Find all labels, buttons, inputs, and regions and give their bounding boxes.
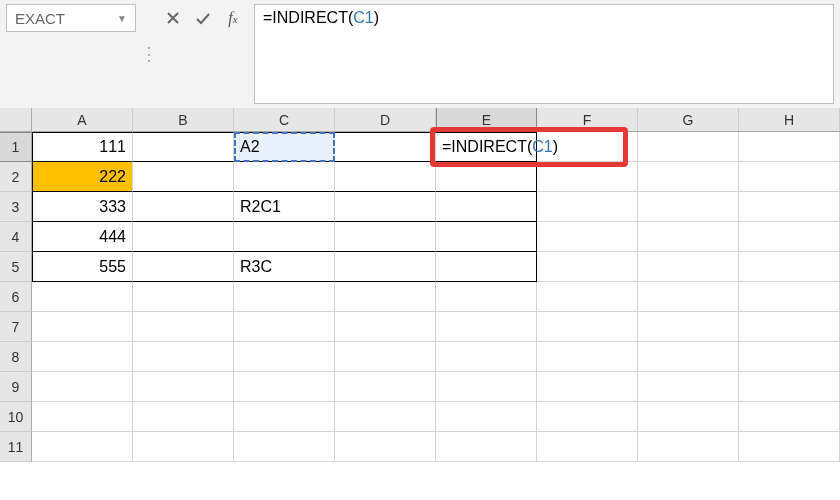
cell-B3[interactable] <box>133 192 234 222</box>
cell-G2[interactable] <box>638 162 739 192</box>
row-header-5[interactable]: 5 <box>0 252 32 282</box>
cell-E8[interactable] <box>436 342 537 372</box>
cell-G7[interactable] <box>638 312 739 342</box>
cell-E10[interactable] <box>436 402 537 432</box>
cell-G9[interactable] <box>638 372 739 402</box>
cell-A1[interactable]: 111 <box>32 132 133 162</box>
cancel-button[interactable] <box>158 4 188 32</box>
cell-B2[interactable] <box>133 162 234 192</box>
cell-H8[interactable] <box>739 342 840 372</box>
cell-A11[interactable] <box>32 432 133 462</box>
cell-C6[interactable] <box>234 282 335 312</box>
cell-C8[interactable] <box>234 342 335 372</box>
cell-H10[interactable] <box>739 402 840 432</box>
cell-D7[interactable] <box>335 312 436 342</box>
cell-H4[interactable] <box>739 222 840 252</box>
cell-B10[interactable] <box>133 402 234 432</box>
row-header-11[interactable]: 11 <box>0 432 32 462</box>
cell-B9[interactable] <box>133 372 234 402</box>
cell-G11[interactable] <box>638 432 739 462</box>
name-box[interactable]: EXACT ▼ <box>6 4 136 32</box>
enter-button[interactable] <box>188 4 218 32</box>
row-header-3[interactable]: 3 <box>0 192 32 222</box>
cell-A10[interactable] <box>32 402 133 432</box>
col-header-D[interactable]: D <box>335 108 436 131</box>
cell-B5[interactable] <box>133 252 234 282</box>
cell-G4[interactable] <box>638 222 739 252</box>
cell-C4[interactable] <box>234 222 335 252</box>
cell-E7[interactable] <box>436 312 537 342</box>
cell-F3[interactable] <box>537 192 638 222</box>
cell-D10[interactable] <box>335 402 436 432</box>
cell-D5[interactable] <box>335 252 436 282</box>
cell-F4[interactable] <box>537 222 638 252</box>
chevron-down-icon[interactable]: ▼ <box>117 13 127 24</box>
cell-A7[interactable] <box>32 312 133 342</box>
cell-A8[interactable] <box>32 342 133 372</box>
cell-E3[interactable] <box>436 192 537 222</box>
cell-G8[interactable] <box>638 342 739 372</box>
cell-F7[interactable] <box>537 312 638 342</box>
cell-H2[interactable] <box>739 162 840 192</box>
col-header-A[interactable]: A <box>32 108 133 131</box>
row-header-9[interactable]: 9 <box>0 372 32 402</box>
cell-E6[interactable] <box>436 282 537 312</box>
cell-B1[interactable] <box>133 132 234 162</box>
cell-G5[interactable] <box>638 252 739 282</box>
cell-H3[interactable] <box>739 192 840 222</box>
cell-G3[interactable] <box>638 192 739 222</box>
cell-A2[interactable]: 222 <box>32 162 133 192</box>
cell-E9[interactable] <box>436 372 537 402</box>
cell-A3[interactable]: 333 <box>32 192 133 222</box>
cell-E4[interactable] <box>436 222 537 252</box>
cell-F10[interactable] <box>537 402 638 432</box>
cell-F6[interactable] <box>537 282 638 312</box>
cell-C5[interactable]: R3C <box>234 252 335 282</box>
cell-D11[interactable] <box>335 432 436 462</box>
cell-D2[interactable] <box>335 162 436 192</box>
row-header-6[interactable]: 6 <box>0 282 32 312</box>
row-header-1[interactable]: 1 <box>0 132 32 162</box>
row-header-8[interactable]: 8 <box>0 342 32 372</box>
cell-A5[interactable]: 555 <box>32 252 133 282</box>
cell-C7[interactable] <box>234 312 335 342</box>
cell-D6[interactable] <box>335 282 436 312</box>
col-header-E[interactable]: E <box>436 108 537 131</box>
cell-E2[interactable] <box>436 162 537 192</box>
cell-B8[interactable] <box>133 342 234 372</box>
cell-G1[interactable] <box>638 132 739 162</box>
cell-D4[interactable] <box>335 222 436 252</box>
cell-A4[interactable]: 444 <box>32 222 133 252</box>
formula-input[interactable]: =INDIRECT(C1) <box>254 4 834 104</box>
cell-C3[interactable]: R2C1 <box>234 192 335 222</box>
row-header-4[interactable]: 4 <box>0 222 32 252</box>
fx-button[interactable]: fx <box>218 4 248 32</box>
row-header-10[interactable]: 10 <box>0 402 32 432</box>
cell-F8[interactable] <box>537 342 638 372</box>
cell-F5[interactable] <box>537 252 638 282</box>
col-header-H[interactable]: H <box>739 108 840 131</box>
cell-D1[interactable] <box>335 132 436 162</box>
cell-C1[interactable]: A2 <box>234 132 335 162</box>
cell-C2[interactable] <box>234 162 335 192</box>
cell-F11[interactable] <box>537 432 638 462</box>
select-all-corner[interactable] <box>0 108 32 131</box>
cell-H7[interactable] <box>739 312 840 342</box>
cell-B6[interactable] <box>133 282 234 312</box>
cell-E1[interactable]: =INDIRECT(C1) <box>436 132 537 162</box>
cell-A9[interactable] <box>32 372 133 402</box>
cell-C11[interactable] <box>234 432 335 462</box>
cell-H9[interactable] <box>739 372 840 402</box>
cell-D3[interactable] <box>335 192 436 222</box>
cell-F9[interactable] <box>537 372 638 402</box>
cell-F1[interactable] <box>537 132 638 162</box>
col-header-G[interactable]: G <box>638 108 739 131</box>
cell-E11[interactable] <box>436 432 537 462</box>
cell-E5[interactable] <box>436 252 537 282</box>
cell-H11[interactable] <box>739 432 840 462</box>
col-header-F[interactable]: F <box>537 108 638 131</box>
col-header-C[interactable]: C <box>234 108 335 131</box>
cell-B11[interactable] <box>133 432 234 462</box>
cell-G6[interactable] <box>638 282 739 312</box>
cell-H1[interactable] <box>739 132 840 162</box>
